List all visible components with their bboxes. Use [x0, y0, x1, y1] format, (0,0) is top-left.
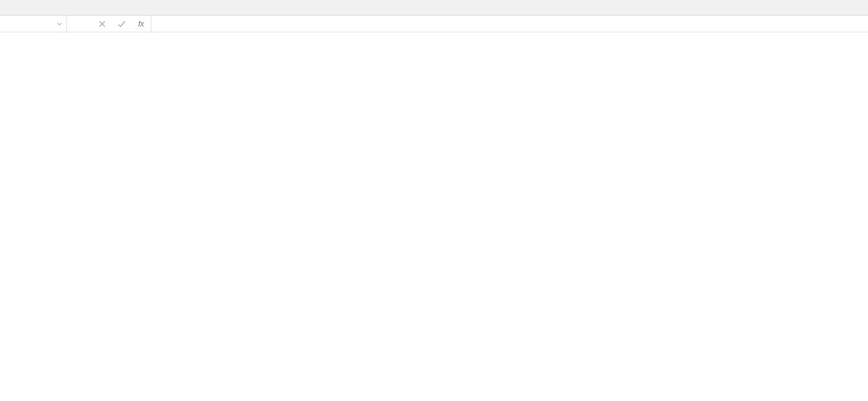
cancel-icon: [96, 18, 108, 30]
name-box-dropdown-icon[interactable]: [55, 19, 64, 28]
formula-buttons: fx: [67, 16, 151, 32]
formula-bar: fx: [0, 16, 868, 32]
fx-icon[interactable]: fx: [135, 18, 147, 30]
formula-input[interactable]: [151, 16, 868, 32]
ribbon-group-row: [0, 0, 868, 16]
name-box[interactable]: [0, 16, 67, 32]
enter-icon: [116, 18, 127, 30]
